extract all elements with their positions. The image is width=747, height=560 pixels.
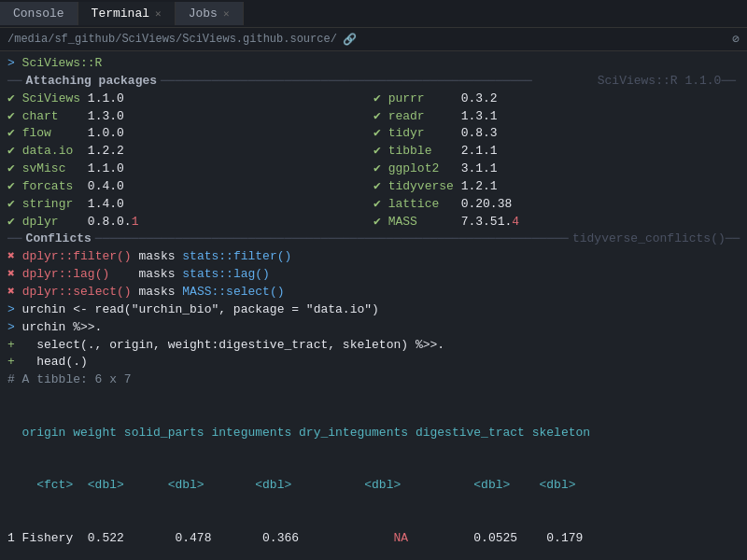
close-terminal-icon[interactable]: ✕ (155, 7, 162, 20)
conflict-3: ✖ dplyr::select() masks MASS::select() (7, 284, 740, 301)
pkg-lattice: ✔ lattice 0.20.38 (374, 196, 740, 214)
pkg-stringr: ✔ stringr 1.4.0 (7, 196, 374, 214)
pkg-MASS: ✔ MASS 7.3.51.4 (374, 214, 740, 231)
pkg-flow: ✔ flow 1.0.0 (7, 125, 374, 143)
attaching-packages-header: ── Attaching packages ──────────────────… (7, 73, 740, 91)
pkg-tibble: ✔ tibble 2.1.1 (374, 143, 740, 161)
conflict-1: ✖ dplyr::filter() masks stats::filter() (7, 248, 740, 266)
pkg-purrr: ✔ purrr 0.3.2 (374, 91, 740, 108)
pkg-readr: ✔ readr 1.3.1 (374, 108, 740, 126)
pkg-svMisc: ✔ svMisc 1.1.0 (7, 161, 374, 178)
pkg-tidyr: ✔ tidyr 0.8.3 (374, 125, 740, 143)
tab-jobs-label: Jobs (189, 7, 218, 21)
cmd-select: + select(., origin, weight:digestive_tra… (7, 337, 740, 355)
cmd-urchin-read: > urchin <- read("urchin_bio", package =… (7, 301, 740, 319)
cmd-head: + head(.) (7, 354, 740, 371)
cmd-urchin-pipe: > urchin %>>. (7, 319, 740, 337)
pkg-ggplot2: ✔ ggplot2 3.1.1 (374, 161, 740, 178)
tab-console[interactable]: Console (0, 2, 78, 25)
data-table: origin weight solid_parts integuments dr… (7, 389, 740, 555)
table-row-1: 1 Fishery 0.522 0.478 0.366 NA 0.0525 0.… (7, 530, 740, 548)
packages-right-col: ✔ purrr 0.3.2 ✔ readr 1.3.1 ✔ tidyr 0.8.… (374, 91, 740, 231)
package-list: ✔ SciViews 1.1.0 ✔ chart 1.3.0 ✔ flow 1.… (7, 91, 740, 231)
tab-jobs[interactable]: Jobs ✕ (176, 2, 244, 25)
pkg-dplyr: ✔ dplyr 0.8.0.1 (7, 214, 374, 231)
pkg-SciViews: ✔ SciViews 1.1.0 (7, 91, 374, 108)
tab-terminal[interactable]: Terminal ✕ (78, 2, 176, 25)
conflicts-header: ── Conflicts ───────────────────────────… (7, 231, 740, 248)
console-area[interactable]: > SciViews::R ── Attaching packages ────… (0, 51, 747, 555)
pkg-forcats: ✔ forcats 0.4.0 (7, 178, 374, 196)
title-bar: Console Terminal ✕ Jobs ✕ (0, 0, 747, 28)
pkg-tidyverse: ✔ tidyverse 1.2.1 (374, 178, 740, 196)
conflict-2: ✖ dplyr::lag() masks stats::lag() (7, 266, 740, 284)
tibble-info: # A tibble: 6 x 7 (7, 371, 740, 389)
clear-button[interactable]: ⊘ (732, 32, 740, 47)
path-text: /media/sf_github/SciViews/SciViews.githu… (7, 33, 337, 46)
link-icon: 🔗 (343, 33, 357, 47)
tab-console-label: Console (13, 7, 64, 21)
close-jobs-icon[interactable]: ✕ (223, 7, 230, 20)
pkg-chart: ✔ chart 1.3.0 (7, 108, 374, 126)
pkg-data-io: ✔ data.io 1.2.2 (7, 143, 374, 161)
sciviews-r-prompt: > SciViews::R (7, 55, 740, 73)
table-header-row: origin weight solid_parts integuments dr… (7, 425, 740, 442)
tab-terminal-label: Terminal (92, 7, 149, 21)
path-bar: /media/sf_github/SciViews/SciViews.githu… (0, 28, 747, 51)
packages-left-col: ✔ SciViews 1.1.0 ✔ chart 1.3.0 ✔ flow 1.… (7, 91, 374, 231)
table-types-row: <fct> <dbl> <dbl> <dbl> <dbl> <dbl> <dbl… (7, 477, 740, 495)
